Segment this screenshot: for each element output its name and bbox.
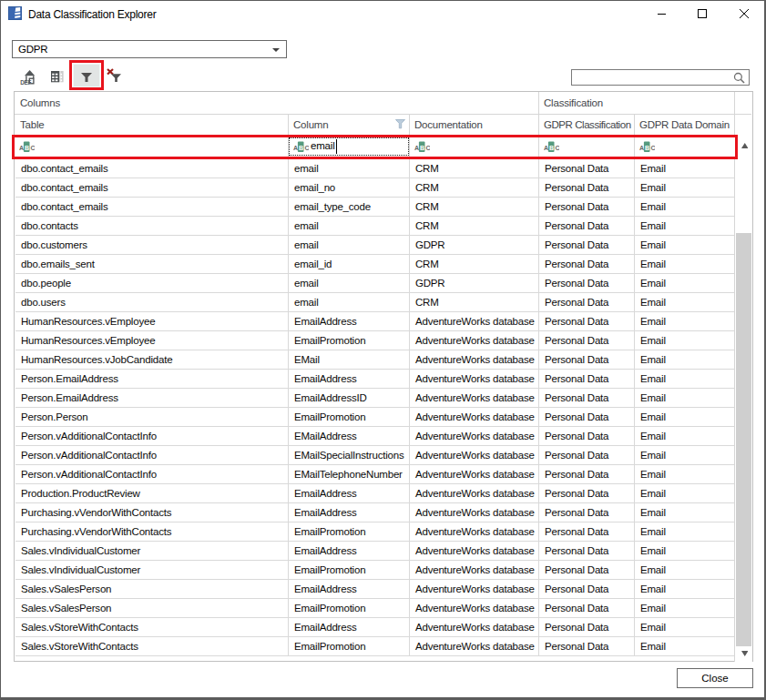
svg-text:DEF: DEF — [20, 79, 31, 86]
svg-text:A: A — [19, 145, 24, 151]
svg-text:A: A — [544, 145, 548, 151]
svg-text:C: C — [555, 145, 559, 151]
svg-text:A: A — [639, 145, 644, 151]
svg-text:C: C — [304, 145, 309, 151]
svg-text:C: C — [650, 145, 655, 151]
svg-text:B: B — [299, 145, 303, 151]
svg-text:B: B — [549, 145, 554, 151]
svg-text:A: A — [414, 145, 419, 151]
svg-text:B: B — [420, 145, 424, 151]
svg-text:A: A — [293, 145, 298, 151]
svg-text:C: C — [30, 145, 35, 151]
svg-text:B: B — [645, 145, 649, 151]
svg-text:B: B — [25, 145, 29, 151]
svg-text:C: C — [425, 145, 430, 151]
